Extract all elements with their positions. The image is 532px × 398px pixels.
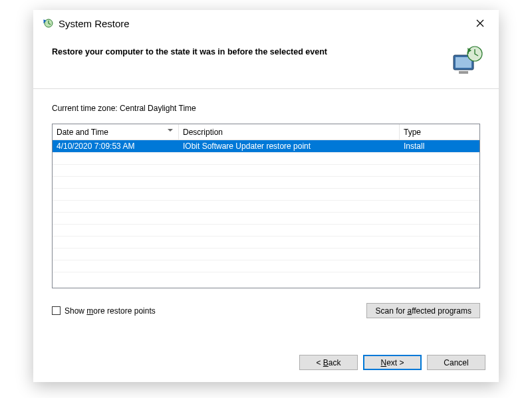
show-more-restore-points-checkbox[interactable]: Show more restore points	[52, 306, 156, 316]
scan-affected-programs-button[interactable]: Scan for affected programs	[366, 303, 480, 318]
wizard-footer: < Back Next > Cancel	[33, 346, 499, 382]
close-button[interactable]	[467, 14, 493, 33]
column-header-type[interactable]: Type	[400, 124, 479, 140]
column-header-label: Date and Time	[57, 128, 108, 137]
button-label: Cancel	[444, 358, 468, 367]
close-icon	[476, 19, 484, 27]
table-empty-row	[53, 260, 479, 272]
table-empty-row	[53, 164, 479, 176]
column-header-date-time[interactable]: Date and Time	[53, 124, 179, 140]
button-label: < Back	[316, 358, 340, 367]
header: Restore your computer to the state it wa…	[33, 37, 499, 89]
content-area: Current time zone: Central Daylight Time…	[33, 89, 499, 346]
header-text: Restore your computer to the state it wa…	[52, 45, 442, 56]
restore-illustration-icon	[450, 45, 484, 79]
back-button[interactable]: < Back	[299, 355, 358, 370]
table-row[interactable]: 4/10/2020 7:09:53 AM IObit Software Upda…	[53, 140, 479, 152]
timezone-label: Current time zone: Central Daylight Time	[52, 104, 480, 113]
svg-rect-3	[459, 71, 468, 74]
table-empty-row	[53, 188, 479, 200]
next-button[interactable]: Next >	[363, 355, 422, 370]
button-label: Scan for affected programs	[375, 306, 471, 316]
table-empty-row	[53, 224, 479, 236]
column-header-label: Type	[404, 128, 421, 137]
column-header-description[interactable]: Description	[179, 124, 400, 140]
table-empty-row	[53, 152, 479, 164]
cell-description: IObit Software Updater restore point	[179, 142, 400, 151]
table-header: Date and Time Description Type	[53, 124, 479, 140]
cell-type: Install	[400, 142, 479, 151]
window-title: System Restore	[59, 18, 462, 29]
cancel-button[interactable]: Cancel	[427, 355, 485, 370]
sort-descending-icon	[168, 129, 173, 132]
checkbox-label: Show more restore points	[65, 306, 156, 316]
cell-date-time: 4/10/2020 7:09:53 AM	[53, 142, 179, 151]
below-table-row: Show more restore points Scan for affect…	[52, 303, 480, 318]
table-empty-row	[53, 272, 479, 284]
table-empty-row	[53, 248, 479, 260]
titlebar: System Restore	[33, 10, 499, 37]
column-header-label: Description	[183, 128, 223, 137]
timezone-prefix: Current time zone:	[52, 104, 120, 113]
table-empty-row	[53, 236, 479, 248]
table-empty-row	[53, 200, 479, 212]
table-empty-row	[53, 212, 479, 224]
system-restore-window: System Restore Restore your computer to …	[33, 10, 499, 382]
restore-icon	[41, 17, 53, 29]
checkbox-box-icon	[52, 306, 61, 315]
timezone-value: Central Daylight Time	[120, 104, 196, 113]
button-label: Next >	[380, 358, 404, 367]
restore-points-table[interactable]: Date and Time Description Type 4/10/2020…	[52, 124, 480, 288]
table-body: 4/10/2020 7:09:53 AM IObit Software Upda…	[53, 140, 479, 288]
table-empty-row	[53, 176, 479, 188]
